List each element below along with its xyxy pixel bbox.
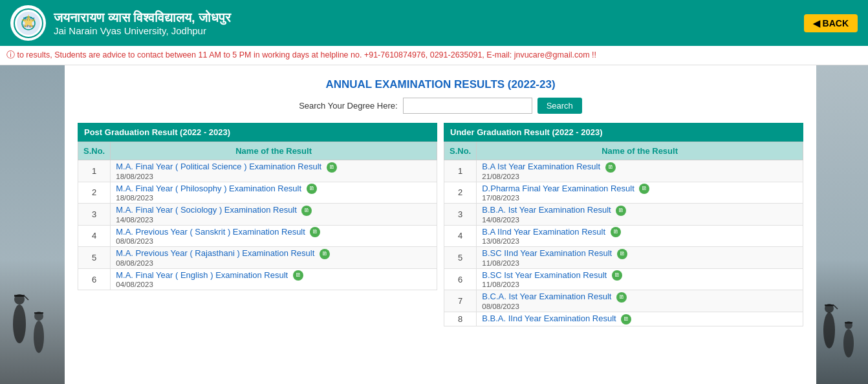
result-date: 13/08/2023 (482, 237, 797, 245)
content-area: ANNUAL EXAMINATION RESULTS (2022-23) Sea… (65, 65, 816, 384)
result-link[interactable]: M.A. Final Year ( Sociology ) Examinatio… (116, 205, 431, 216)
svg-rect-13 (34, 312, 43, 314)
svg-point-15 (823, 312, 835, 348)
result-link[interactable]: B.A Ist Year Examination Result 🖹 (482, 162, 797, 173)
result-name-cell: M.A. Previous Year ( Rajasthani ) Examin… (111, 247, 437, 269)
result-name-cell: M.A. Final Year ( English ) Examination … (111, 268, 437, 290)
result-date: 04/08/2023 (116, 281, 431, 288)
svg-point-8 (14, 294, 25, 304)
result-name-cell: B.B.A. IInd Year Examination Result 🖹 (477, 312, 803, 326)
header: JNVU Jodhpur जयनारायण व्यास विश्वविद्याल… (0, 0, 868, 46)
new-icon: 🖹 (310, 227, 320, 237)
svg-line-10 (25, 296, 28, 300)
result-name-cell: M.A. Previous Year ( Sanskrit ) Examinat… (111, 225, 437, 247)
sno-cell: 3 (444, 204, 477, 226)
university-name: जयनारायण व्यास विश्वविद्यालय, जोधपुर Jai… (54, 10, 231, 36)
table-row: 5 M.A. Previous Year ( Rajasthani ) Exam… (78, 247, 437, 269)
ticker-bar: ⓘ to results, Students are advice to con… (0, 46, 868, 65)
university-name-hindi: जयनारायण व्यास विश्वविद्यालय, जोधपुर (54, 10, 231, 25)
pg-table: S.No. Name of the Result 1 M.A. Final Ye… (78, 142, 437, 290)
search-input[interactable] (403, 98, 532, 114)
svg-point-12 (34, 312, 43, 321)
svg-point-11 (34, 321, 44, 353)
new-icon: 🖹 (616, 206, 626, 216)
result-link[interactable]: B.B.A. Ist Year Examination Result 🖹 (482, 205, 797, 216)
result-name-cell: B.SC IInd Year Examination Result 🖹 11/0… (477, 247, 803, 269)
result-date: 11/08/2023 (482, 281, 797, 288)
sno-cell: 8 (444, 312, 477, 326)
result-link[interactable]: B.B.A. IInd Year Examination Result 🖹 (482, 314, 797, 325)
result-date: 08/08/2023 (116, 237, 431, 245)
svg-rect-21 (845, 322, 852, 324)
ticker-text: ⓘ to results, Students are advice to con… (6, 50, 596, 59)
result-link[interactable]: M.A. Final Year ( English ) Examination … (116, 270, 431, 281)
result-link[interactable]: B.SC Ist Year Examination Result 🖹 (482, 270, 797, 281)
result-name-cell: B.C.A. Ist Year Examination Result 🖹 08/… (477, 290, 803, 312)
table-row: 1 M.A. Final Year ( Political Science ) … (78, 160, 437, 182)
result-date: 21/08/2023 (482, 173, 797, 180)
result-name-cell: M.A. Final Year ( Philosophy ) Examinati… (111, 182, 437, 204)
result-link[interactable]: M.A. Previous Year ( Sanskrit ) Examinat… (116, 227, 431, 238)
new-icon: 🖹 (605, 162, 616, 173)
pg-section-header: Post Graduation Result (2022 - 2023) (78, 123, 437, 142)
new-icon: 🖹 (621, 314, 631, 325)
search-label: Search Your Degree Here: (299, 101, 397, 111)
university-logo: JNVU Jodhpur (10, 5, 46, 41)
result-link[interactable]: M.A. Final Year ( Philosophy ) Examinati… (116, 184, 431, 195)
side-image-right (816, 65, 868, 384)
svg-rect-6 (0, 65, 65, 384)
new-icon: 🖹 (293, 270, 303, 281)
table-row: 4 B.A IInd Year Examination Result 🖹 13/… (444, 225, 803, 247)
svg-point-20 (845, 321, 852, 329)
table-row: 8 B.B.A. IInd Year Examination Result 🖹 (444, 312, 803, 326)
ug-section-header: Under Graduation Result (2022 - 2023) (444, 123, 803, 142)
new-icon: 🖹 (612, 270, 622, 281)
result-link[interactable]: M.A. Final Year ( Political Science ) Ex… (116, 162, 431, 173)
result-link[interactable]: D.Pharma Final Year Examination Result 🖹 (482, 184, 797, 195)
new-icon: 🖹 (320, 249, 330, 259)
header-left: JNVU Jodhpur जयनारायण व्यास विश्वविद्याल… (10, 5, 231, 41)
table-row: 2 D.Pharma Final Year Examination Result… (444, 182, 803, 204)
result-date: 08/08/2023 (482, 303, 797, 310)
university-name-english: Jai Narain Vyas University, Jodhpur (54, 25, 231, 36)
sno-cell: 5 (78, 247, 111, 269)
svg-point-7 (13, 304, 26, 343)
main-content: ANNUAL EXAMINATION RESULTS (2022-23) Sea… (0, 65, 868, 384)
tables-wrapper: Post Graduation Result (2022 - 2023) S.N… (78, 123, 803, 326)
ug-col-name: Name of the Result (477, 142, 803, 160)
back-button[interactable]: ◀ BACK (804, 14, 858, 32)
sno-cell: 4 (78, 225, 111, 247)
ug-table: S.No. Name of the Result 1 B.A Ist Year … (444, 142, 803, 326)
sno-cell: 5 (444, 247, 477, 269)
new-icon: 🖹 (639, 184, 649, 194)
table-row: 7 B.C.A. Ist Year Examination Result 🖹 0… (444, 290, 803, 312)
result-name-cell: B.A Ist Year Examination Result 🖹 21/08/… (477, 160, 803, 182)
new-icon: 🖹 (611, 227, 621, 237)
page-title: ANNUAL EXAMINATION RESULTS (2022-23) (78, 78, 803, 91)
result-link[interactable]: B.SC IInd Year Examination Result 🖹 (482, 248, 797, 259)
new-icon: 🖹 (617, 249, 627, 259)
sno-cell: 6 (444, 268, 477, 290)
search-row: Search Your Degree Here: Search (78, 98, 803, 114)
table-row: 2 M.A. Final Year ( Philosophy ) Examina… (78, 182, 437, 204)
result-name-cell: M.A. Final Year ( Political Science ) Ex… (111, 160, 437, 182)
new-icon: 🖹 (327, 162, 337, 173)
svg-rect-14 (816, 65, 868, 384)
svg-line-18 (834, 305, 838, 309)
result-link[interactable]: B.C.A. Ist Year Examination Result 🖹 (482, 292, 797, 303)
result-name-cell: B.B.A. Ist Year Examination Result 🖹 14/… (477, 204, 803, 226)
ug-col-sno: S.No. (444, 142, 477, 160)
search-button[interactable]: Search (537, 98, 582, 114)
sno-cell: 2 (78, 182, 111, 204)
svg-point-16 (825, 304, 834, 313)
result-link[interactable]: M.A. Previous Year ( Rajasthani ) Examin… (116, 248, 431, 259)
result-name-cell: B.SC Ist Year Examination Result 🖹 11/08… (477, 268, 803, 290)
ug-section: Under Graduation Result (2022 - 2023) S.… (444, 123, 803, 326)
table-row: 1 B.A Ist Year Examination Result 🖹 21/0… (444, 160, 803, 182)
result-link[interactable]: B.A IInd Year Examination Result 🖹 (482, 227, 797, 238)
pg-col-sno: S.No. (78, 142, 111, 160)
result-name-cell: B.A IInd Year Examination Result 🖹 13/08… (477, 225, 803, 247)
result-date: 08/08/2023 (116, 259, 431, 267)
result-date: 18/08/2023 (116, 194, 431, 202)
sno-cell: 1 (78, 160, 111, 182)
